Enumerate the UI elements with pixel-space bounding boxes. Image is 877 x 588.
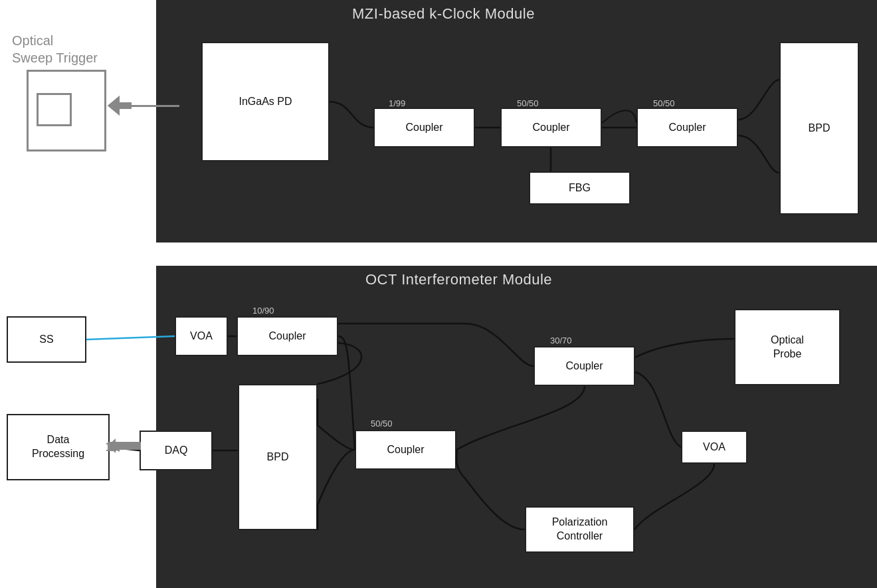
sweep-trigger-box bbox=[27, 70, 106, 149]
sweep-trigger-label: Optical Sweep Trigger bbox=[12, 32, 98, 66]
svg-rect-11 bbox=[108, 442, 141, 450]
bottom-bpd-box: BPD bbox=[238, 384, 318, 530]
ss-box: SS bbox=[7, 316, 86, 363]
daq-box: DAQ bbox=[140, 431, 213, 470]
data-processing-box: Data Processing bbox=[7, 414, 110, 480]
coupler1-ratio-label: 1/99 bbox=[389, 98, 405, 108]
top-coupler1-box: Coupler bbox=[373, 108, 475, 147]
sweep-trigger-baseline bbox=[27, 149, 106, 151]
coupler3-ratio-label: 50/50 bbox=[653, 98, 675, 108]
optical-probe-box: Optical Probe bbox=[734, 309, 840, 385]
coupler-30-70-ratio-label: 30/70 bbox=[550, 336, 572, 345]
mzi-module-title: MZI-based k-Clock Module bbox=[352, 5, 535, 23]
ingaas-pd-box: InGaAs PD bbox=[201, 42, 330, 161]
coupler-50-50-box: Coupler bbox=[355, 430, 456, 470]
waveform-line2 bbox=[70, 93, 72, 124]
voa1-box: VOA bbox=[175, 316, 228, 356]
svg-marker-1 bbox=[108, 96, 132, 116]
svg-line-7 bbox=[110, 447, 140, 450]
top-coupler2-box: Coupler bbox=[500, 108, 602, 147]
waveform-line3 bbox=[37, 124, 72, 126]
top-coupler3-box: Coupler bbox=[636, 108, 738, 147]
coupler-10-90-ratio-label: 10/90 bbox=[252, 306, 274, 316]
arrow-icon bbox=[108, 93, 134, 118]
oct-module-title: OCT Interferometer Module bbox=[365, 271, 552, 288]
waveform-line4 bbox=[37, 93, 39, 124]
voa2-box: VOA bbox=[681, 431, 747, 464]
coupler-30-70-box: Coupler bbox=[534, 346, 635, 386]
svg-marker-8 bbox=[110, 442, 120, 452]
diagram-container: MZI-based k-Clock Module OCT Interferome… bbox=[0, 0, 877, 588]
coupler-50-50-ratio-label: 50/50 bbox=[371, 419, 393, 429]
coupler-10-90-box: Coupler bbox=[237, 316, 338, 356]
top-bpd-box: BPD bbox=[779, 42, 859, 215]
coupler2-ratio-label: 50/50 bbox=[517, 98, 539, 108]
waveform-line1 bbox=[37, 93, 70, 95]
pol-ctrl-box: Polarization Controller bbox=[525, 506, 634, 553]
fbg-box: FBG bbox=[529, 171, 631, 205]
